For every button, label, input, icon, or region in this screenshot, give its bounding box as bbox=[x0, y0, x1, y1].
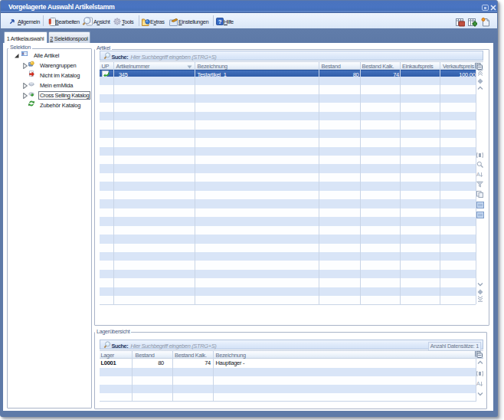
svg-text:?: ? bbox=[218, 18, 222, 25]
svg-text:A: A bbox=[476, 172, 480, 177]
svg-text:A: A bbox=[476, 381, 480, 386]
